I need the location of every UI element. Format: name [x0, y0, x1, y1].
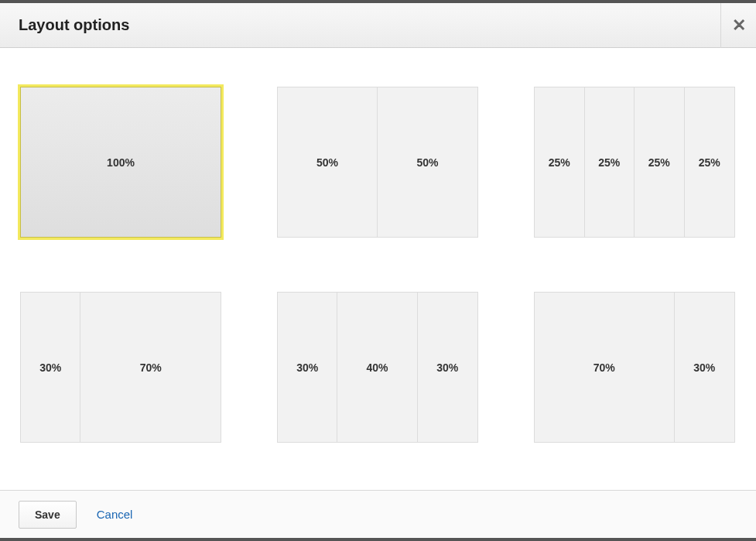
layout-option-4-col-1: 40%: [337, 293, 417, 442]
dialog-footer: Save Cancel: [0, 490, 756, 538]
dialog-header: Layout options ✕: [0, 3, 756, 48]
cancel-link[interactable]: Cancel: [97, 508, 133, 521]
layout-option-2-col-2: 25%: [635, 87, 685, 237]
layout-option-2-col-3: 25%: [685, 87, 735, 237]
col-label: 70%: [140, 361, 162, 374]
layout-options-grid: 100%50%50%25%25%25%25%30%70%30%40%30%70%…: [20, 87, 736, 443]
layout-option-1-col-1: 50%: [378, 87, 477, 237]
col-label: 50%: [316, 156, 338, 169]
layout-option-1-col-0: 50%: [278, 87, 378, 237]
layout-option-2[interactable]: 25%25%25%25%: [534, 87, 735, 238]
dialog-title: Layout options: [19, 16, 720, 34]
col-label: 70%: [594, 361, 615, 374]
layout-option-0-col-0: 100%: [21, 87, 221, 237]
layout-option-2-col-1: 25%: [585, 87, 635, 237]
layout-option-1[interactable]: 50%50%: [277, 87, 478, 238]
layout-option-3[interactable]: 30%70%: [20, 292, 221, 443]
layout-option-3-col-1: 70%: [80, 293, 221, 442]
layout-option-3-col-0: 30%: [21, 293, 80, 442]
col-label: 40%: [366, 361, 388, 374]
col-label: 30%: [436, 361, 458, 374]
save-button[interactable]: Save: [19, 501, 77, 529]
col-label: 100%: [107, 156, 135, 169]
layout-option-4-col-0: 30%: [278, 293, 337, 442]
layout-option-4-col-2: 30%: [418, 293, 477, 442]
close-icon: ✕: [732, 15, 746, 36]
col-label: 25%: [549, 156, 570, 169]
col-label: 25%: [598, 156, 620, 169]
dialog-body: 100%50%50%25%25%25%25%30%70%30%40%30%70%…: [0, 48, 756, 490]
layout-option-4[interactable]: 30%40%30%: [277, 292, 478, 443]
layout-option-5-col-0: 70%: [535, 293, 675, 442]
layout-option-5[interactable]: 70%30%: [534, 292, 735, 443]
layout-options-dialog: Layout options ✕ 100%50%50%25%25%25%25%3…: [0, 0, 756, 541]
col-label: 25%: [699, 156, 720, 169]
layout-option-2-col-0: 25%: [535, 87, 585, 237]
col-label: 25%: [648, 156, 670, 169]
close-button[interactable]: ✕: [720, 3, 756, 48]
col-label: 30%: [296, 361, 318, 374]
col-label: 30%: [39, 361, 61, 374]
layout-option-0[interactable]: 100%: [20, 87, 221, 238]
col-label: 50%: [416, 156, 438, 169]
col-label: 30%: [693, 361, 715, 374]
layout-option-5-col-1: 30%: [675, 293, 734, 442]
